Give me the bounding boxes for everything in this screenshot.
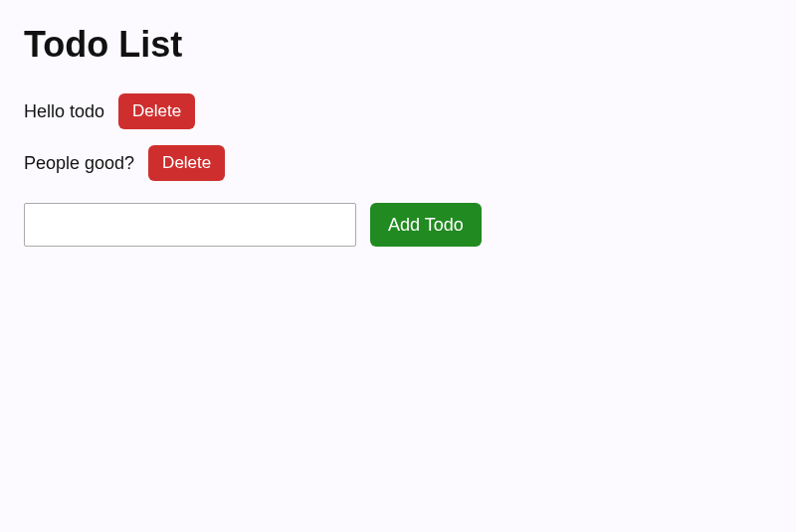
delete-button[interactable]: Delete [118, 93, 195, 129]
todo-text: Hello todo [24, 101, 104, 122]
new-todo-input[interactable] [24, 203, 356, 247]
delete-button[interactable]: Delete [148, 145, 225, 181]
add-todo-button[interactable]: Add Todo [370, 203, 482, 247]
todo-item: People good? Delete [24, 145, 772, 181]
add-todo-row: Add Todo [24, 203, 772, 247]
todo-list: Hello todo Delete People good? Delete [24, 93, 772, 181]
todo-item: Hello todo Delete [24, 93, 772, 129]
todo-text: People good? [24, 153, 134, 174]
page-title: Todo List [24, 24, 772, 66]
